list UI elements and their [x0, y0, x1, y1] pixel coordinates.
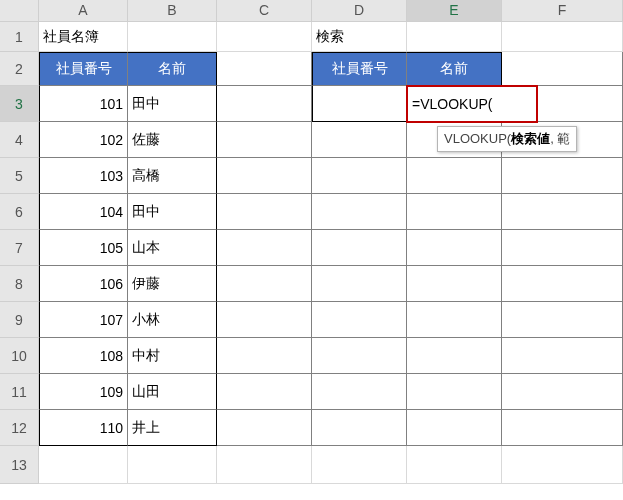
cell-C6[interactable] [217, 194, 312, 230]
cell-B5[interactable]: 高橋 [128, 158, 217, 194]
cell-E1[interactable] [407, 22, 502, 52]
tooltip-func: VLOOKUP( [444, 131, 511, 146]
cell-E12[interactable] [407, 410, 502, 446]
cell-D3[interactable] [312, 86, 407, 122]
cell-C7[interactable] [217, 230, 312, 266]
cell-D11[interactable] [312, 374, 407, 410]
row-header-10[interactable]: 10 [0, 338, 39, 374]
cell-D6[interactable] [312, 194, 407, 230]
cell-D1[interactable]: 検索 [312, 22, 407, 52]
cell-F11[interactable] [502, 374, 623, 410]
cell-F8[interactable] [502, 266, 623, 302]
cell-B8[interactable]: 伊藤 [128, 266, 217, 302]
cell-B9[interactable]: 小林 [128, 302, 217, 338]
cell-A12[interactable]: 110 [39, 410, 128, 446]
cell-D9[interactable] [312, 302, 407, 338]
cell-E5[interactable] [407, 158, 502, 194]
cell-C10[interactable] [217, 338, 312, 374]
cell-F1[interactable] [502, 22, 623, 52]
cell-D7[interactable] [312, 230, 407, 266]
cell-C8[interactable] [217, 266, 312, 302]
cell-F2[interactable] [502, 52, 623, 86]
cell-E6[interactable] [407, 194, 502, 230]
editing-cell-content[interactable]: =VLOOKUP( [408, 87, 536, 121]
column-header-C[interactable]: C [217, 0, 312, 22]
cell-F10[interactable] [502, 338, 623, 374]
cell-E10[interactable] [407, 338, 502, 374]
cell-A9[interactable]: 107 [39, 302, 128, 338]
cell-B4[interactable]: 佐藤 [128, 122, 217, 158]
cell-E7[interactable] [407, 230, 502, 266]
cell-F13[interactable] [502, 446, 623, 484]
row-header-1[interactable]: 1 [0, 22, 39, 52]
row-header-2[interactable]: 2 [0, 52, 39, 86]
cell-C4[interactable] [217, 122, 312, 158]
cell-F9[interactable] [502, 302, 623, 338]
column-headers: ABCDEF [39, 0, 623, 22]
cell-A2[interactable]: 社員番号 [39, 52, 128, 86]
cell-F5[interactable] [502, 158, 623, 194]
column-header-D[interactable]: D [312, 0, 407, 22]
cell-D10[interactable] [312, 338, 407, 374]
spreadsheet: ABCDEF 12345678910111213 社員名簿検索社員番号名前社員番… [0, 0, 623, 500]
cell-A8[interactable]: 106 [39, 266, 128, 302]
cell-C3[interactable] [217, 86, 312, 122]
row-header-4[interactable]: 4 [0, 122, 39, 158]
cell-C2[interactable] [217, 52, 312, 86]
cell-C9[interactable] [217, 302, 312, 338]
cell-E9[interactable] [407, 302, 502, 338]
cell-D12[interactable] [312, 410, 407, 446]
cell-C1[interactable] [217, 22, 312, 52]
cell-B13[interactable] [128, 446, 217, 484]
cell-C12[interactable] [217, 410, 312, 446]
column-header-F[interactable]: F [502, 0, 623, 22]
cell-A11[interactable]: 109 [39, 374, 128, 410]
cell-D4[interactable] [312, 122, 407, 158]
cell-B6[interactable]: 田中 [128, 194, 217, 230]
function-tooltip[interactable]: VLOOKUP(検索値, 範 [437, 126, 577, 152]
cell-B12[interactable]: 井上 [128, 410, 217, 446]
row-header-6[interactable]: 6 [0, 194, 39, 230]
cell-D2[interactable]: 社員番号 [312, 52, 407, 86]
column-header-A[interactable]: A [39, 0, 128, 22]
cell-C5[interactable] [217, 158, 312, 194]
cell-C11[interactable] [217, 374, 312, 410]
cell-B1[interactable] [128, 22, 217, 52]
cell-A3[interactable]: 101 [39, 86, 128, 122]
cell-E2[interactable]: 名前 [407, 52, 502, 86]
cell-B7[interactable]: 山本 [128, 230, 217, 266]
cell-D8[interactable] [312, 266, 407, 302]
cell-E13[interactable] [407, 446, 502, 484]
cell-C13[interactable] [217, 446, 312, 484]
row-header-13[interactable]: 13 [0, 446, 39, 484]
cell-B10[interactable]: 中村 [128, 338, 217, 374]
cell-F12[interactable] [502, 410, 623, 446]
row-header-8[interactable]: 8 [0, 266, 39, 302]
column-header-E[interactable]: E [407, 0, 502, 22]
cell-A6[interactable]: 104 [39, 194, 128, 230]
cell-B11[interactable]: 山田 [128, 374, 217, 410]
cell-A4[interactable]: 102 [39, 122, 128, 158]
cell-A1[interactable]: 社員名簿 [39, 22, 128, 52]
cell-E11[interactable] [407, 374, 502, 410]
row-header-7[interactable]: 7 [0, 230, 39, 266]
cell-F6[interactable] [502, 194, 623, 230]
column-header-B[interactable]: B [128, 0, 217, 22]
cell-A7[interactable]: 105 [39, 230, 128, 266]
select-all-corner[interactable] [0, 0, 39, 22]
cell-B2[interactable]: 名前 [128, 52, 217, 86]
cell-D5[interactable] [312, 158, 407, 194]
tooltip-current-arg: 検索値 [511, 131, 550, 146]
cell-A10[interactable]: 108 [39, 338, 128, 374]
cell-A13[interactable] [39, 446, 128, 484]
cell-E8[interactable] [407, 266, 502, 302]
cell-A5[interactable]: 103 [39, 158, 128, 194]
cell-D13[interactable] [312, 446, 407, 484]
row-header-12[interactable]: 12 [0, 410, 39, 446]
cell-F7[interactable] [502, 230, 623, 266]
row-header-3[interactable]: 3 [0, 86, 39, 122]
row-header-9[interactable]: 9 [0, 302, 39, 338]
row-header-5[interactable]: 5 [0, 158, 39, 194]
row-header-11[interactable]: 11 [0, 374, 39, 410]
cell-B3[interactable]: 田中 [128, 86, 217, 122]
